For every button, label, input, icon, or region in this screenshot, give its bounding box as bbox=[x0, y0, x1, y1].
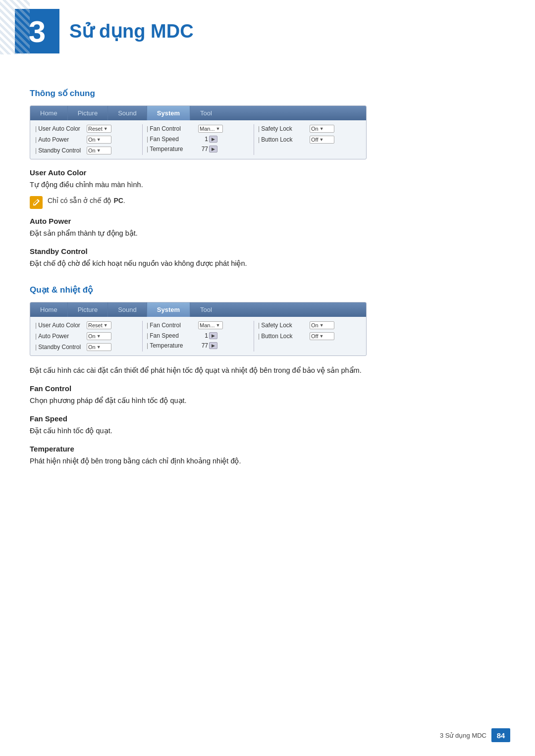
label-safety-lock-1: Safety Lock bbox=[258, 125, 308, 132]
table-row: Fan Control Man... ▼ bbox=[147, 124, 250, 133]
sub-heading-standby-control: Standby Control bbox=[30, 247, 505, 255]
body-text-temperature: Phát hiện nhiệt độ bên trong bằng cách c… bbox=[30, 455, 505, 467]
fan-speed-value-2: 1 bbox=[198, 332, 208, 339]
control-fan-control-1: Man... ▼ bbox=[198, 125, 223, 133]
dropdown-user-auto-color-1[interactable]: Reset ▼ bbox=[87, 125, 111, 133]
dropdown-auto-power-1[interactable]: On ▼ bbox=[87, 136, 111, 144]
table-row: Standby Control On ▼ bbox=[35, 146, 138, 155]
body-text-fan-temp-intro: Đặt cấu hình các cài đặt cần thiết để ph… bbox=[30, 365, 505, 376]
stripe-decoration bbox=[0, 0, 30, 54]
column-divider bbox=[142, 321, 143, 352]
dropdown-user-auto-color-2[interactable]: Reset ▼ bbox=[87, 321, 111, 329]
control-fan-control-2: Man... ▼ bbox=[198, 321, 223, 329]
dropdown-button-lock-2[interactable]: Off ▼ bbox=[310, 332, 334, 340]
body-text-user-auto-color: Tự động điều chỉnh màu màn hình. bbox=[30, 179, 505, 191]
tab-sound-1[interactable]: Sound bbox=[108, 106, 147, 120]
sub-heading-auto-power: Auto Power bbox=[30, 217, 505, 225]
mdc-table-1-body: User Auto Color Reset ▼ Auto Power On ▼ bbox=[30, 120, 366, 159]
sub-heading-fan-control: Fan Control bbox=[30, 384, 505, 393]
table-row: Safety Lock On ▼ bbox=[258, 321, 361, 330]
mdc-col-2: Fan Control Man... ▼ Fan Speed 1 ▶ bbox=[147, 124, 250, 155]
table-row: Standby Control On ▼ bbox=[35, 343, 138, 352]
mdc-col-3: Safety Lock On ▼ Button Lock Off ▼ bbox=[258, 124, 361, 155]
dropdown-fan-control-2[interactable]: Man... ▼ bbox=[198, 321, 223, 329]
dropdown-button-lock-1[interactable]: Off ▼ bbox=[310, 136, 334, 144]
mdc-table-2-body: User Auto Color Reset ▼ Auto Power On ▼ bbox=[30, 317, 366, 355]
control-button-lock-2: Off ▼ bbox=[310, 332, 334, 340]
chapter-title: Sử dụng MDC bbox=[69, 20, 194, 42]
table-row: Temperature 77 ▶ bbox=[147, 145, 250, 153]
dropdown-value: Off bbox=[311, 333, 318, 339]
mdc-table-1-header: Home Picture Sound System Tool bbox=[30, 106, 366, 120]
body-text-fan-control: Chọn phương pháp để đặt cấu hình tốc độ … bbox=[30, 395, 505, 406]
tab-picture-1[interactable]: Picture bbox=[68, 106, 108, 120]
label-user-auto-color-2: User Auto Color bbox=[35, 322, 85, 329]
table-row: Fan Control Man... ▼ bbox=[147, 321, 250, 330]
body-text-fan-speed: Đặt cấu hình tốc độ quạt. bbox=[30, 425, 505, 437]
body-text-auto-power: Đặt sản phẩm thành tự động bật. bbox=[30, 228, 505, 239]
tab-system-2[interactable]: System bbox=[147, 302, 190, 317]
mdc-table-2-header: Home Picture Sound System Tool bbox=[30, 302, 366, 317]
note-box: Chỉ có sẵn ở chế độ PC. bbox=[30, 196, 505, 209]
control-safety-lock-1: On ▼ bbox=[310, 125, 334, 133]
control-auto-power-1: On ▼ bbox=[87, 136, 111, 144]
section-heading-fan-temp: Quạt & nhiệt độ bbox=[30, 285, 505, 295]
mdc-col-1: User Auto Color Reset ▼ Auto Power On ▼ bbox=[35, 124, 138, 155]
tab-system-1[interactable]: System bbox=[147, 106, 190, 120]
sub-heading-temperature: Temperature bbox=[30, 445, 505, 453]
chevron-down-icon: ▼ bbox=[216, 126, 220, 131]
column-divider bbox=[254, 321, 254, 352]
arrow-right-button[interactable]: ▶ bbox=[209, 136, 217, 143]
label-safety-lock-2: Safety Lock bbox=[258, 322, 308, 329]
chevron-down-icon: ▼ bbox=[104, 126, 108, 131]
page-footer: 3 Sử dụng MDC 84 bbox=[440, 728, 510, 742]
table-row: Auto Power On ▼ bbox=[35, 135, 138, 144]
sub-heading-user-auto-color: User Auto Color bbox=[30, 168, 505, 177]
dropdown-value: Man... bbox=[200, 322, 215, 328]
table-row: Safety Lock On ▼ bbox=[258, 124, 361, 133]
dropdown-safety-lock-1[interactable]: On ▼ bbox=[310, 125, 334, 133]
control-safety-lock-2: On ▼ bbox=[310, 321, 334, 329]
label-fan-speed-2: Fan Speed bbox=[147, 332, 196, 339]
tab-home-1[interactable]: Home bbox=[30, 106, 68, 120]
label-auto-power-2: Auto Power bbox=[35, 333, 85, 340]
dropdown-safety-lock-2[interactable]: On ▼ bbox=[310, 321, 334, 329]
tab-sound-2[interactable]: Sound bbox=[108, 302, 147, 317]
tab-home-2[interactable]: Home bbox=[30, 302, 68, 317]
control-standby-control-1: On ▼ bbox=[87, 147, 111, 154]
arrow-right-button[interactable]: ▶ bbox=[209, 342, 217, 349]
dropdown-standby-control-2[interactable]: On ▼ bbox=[87, 343, 111, 351]
label-button-lock-1: Button Lock bbox=[258, 136, 308, 143]
table-row: Button Lock Off ▼ bbox=[258, 332, 361, 341]
page-content: Thông số chung Home Picture Sound System… bbox=[0, 58, 535, 502]
dropdown-value: Man... bbox=[200, 126, 215, 132]
tab-tool-1[interactable]: Tool bbox=[190, 106, 222, 120]
arrow-right-button[interactable]: ▶ bbox=[209, 332, 217, 339]
control-button-lock-1: Off ▼ bbox=[310, 136, 334, 144]
label-fan-control-2: Fan Control bbox=[147, 322, 196, 329]
chevron-down-icon: ▼ bbox=[216, 323, 220, 328]
label-temperature-2: Temperature bbox=[147, 342, 196, 349]
chevron-down-icon: ▼ bbox=[320, 323, 324, 328]
label-fan-speed-1: Fan Speed bbox=[147, 136, 196, 143]
control-user-auto-color-2: Reset ▼ bbox=[87, 321, 111, 329]
label-auto-power-1: Auto Power bbox=[35, 136, 85, 143]
table-row: Button Lock Off ▼ bbox=[258, 135, 361, 144]
label-fan-control-1: Fan Control bbox=[147, 125, 196, 132]
table-row: Auto Power On ▼ bbox=[35, 332, 138, 341]
fan-speed-value-1: 1 bbox=[198, 136, 208, 143]
sub-heading-fan-speed: Fan Speed bbox=[30, 414, 505, 423]
control-user-auto-color-1: Reset ▼ bbox=[87, 125, 111, 133]
control-auto-power-2: On ▼ bbox=[87, 332, 111, 340]
dropdown-fan-control-1[interactable]: Man... ▼ bbox=[198, 125, 223, 133]
arrow-right-button[interactable]: ▶ bbox=[209, 146, 217, 152]
label-standby-control-1: Standby Control bbox=[35, 147, 85, 154]
chevron-down-icon: ▼ bbox=[97, 148, 101, 153]
tab-tool-2[interactable]: Tool bbox=[190, 302, 222, 317]
dropdown-auto-power-2[interactable]: On ▼ bbox=[87, 332, 111, 340]
tab-picture-2[interactable]: Picture bbox=[68, 302, 108, 317]
table-row: User Auto Color Reset ▼ bbox=[35, 321, 138, 330]
control-fan-speed-2: 1 ▶ bbox=[198, 332, 217, 339]
chevron-down-icon: ▼ bbox=[97, 334, 101, 339]
dropdown-standby-control-1[interactable]: On ▼ bbox=[87, 147, 111, 154]
